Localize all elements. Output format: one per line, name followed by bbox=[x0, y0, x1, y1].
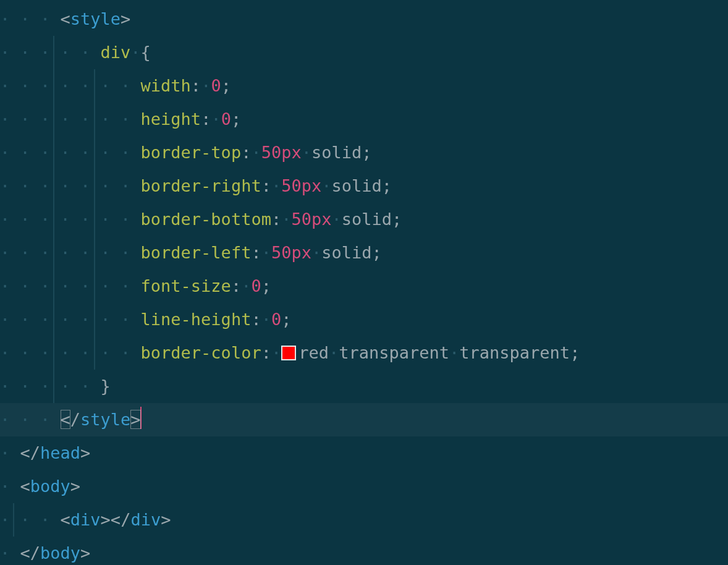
code-token: · bbox=[321, 176, 331, 195]
code-token: / bbox=[70, 410, 80, 429]
code-token: : bbox=[231, 276, 241, 295]
code-line[interactable]: · · · · · · · width:·0; bbox=[0, 69, 728, 103]
code-token: < bbox=[111, 510, 121, 529]
code-line[interactable]: · · · · · · · border-color:·red·transpar… bbox=[0, 336, 728, 370]
code-token: : bbox=[261, 176, 271, 195]
code-token: > bbox=[80, 443, 90, 462]
code-line[interactable]: · · · <div></div> bbox=[0, 503, 728, 537]
code-token: 0 bbox=[211, 76, 221, 95]
code-token: ; bbox=[570, 343, 580, 362]
code-token: { bbox=[141, 43, 151, 62]
indent-whitespace: · · · · · · · bbox=[0, 310, 141, 329]
color-swatch-icon bbox=[281, 346, 296, 360]
code-token: border-right bbox=[141, 176, 261, 195]
code-token: div bbox=[130, 510, 161, 529]
code-token: border-left bbox=[141, 243, 252, 262]
indent-whitespace: · · · · · · · bbox=[0, 176, 141, 195]
code-token: ; bbox=[362, 143, 371, 162]
code-token: ; bbox=[261, 276, 271, 295]
indent-guide bbox=[94, 336, 95, 370]
code-token: · bbox=[329, 343, 339, 362]
indent-whitespace: · · · · · · · bbox=[0, 210, 141, 229]
code-token: < bbox=[61, 9, 70, 28]
indent-whitespace: · · · · · · · bbox=[0, 109, 141, 129]
code-line[interactable]: · · · · · div·{ bbox=[0, 36, 728, 69]
indent-guide bbox=[94, 169, 95, 203]
code-token: : bbox=[251, 310, 261, 329]
code-line[interactable]: · · · · · } bbox=[0, 370, 728, 403]
text-cursor bbox=[140, 407, 142, 429]
code-token: border-top bbox=[141, 143, 242, 162]
indent-whitespace: · · · bbox=[0, 510, 61, 529]
code-line[interactable]: · <body> bbox=[0, 470, 728, 503]
code-token: 50px bbox=[261, 143, 302, 162]
code-line[interactable]: · · · </style> bbox=[0, 403, 728, 436]
code-line[interactable]: · </body> bbox=[0, 537, 728, 565]
code-token: div bbox=[101, 43, 131, 62]
code-token: solid bbox=[342, 210, 392, 229]
code-token: · bbox=[201, 76, 211, 95]
code-token: border-color bbox=[141, 343, 261, 362]
code-token: border-bottom bbox=[141, 210, 271, 229]
code-token: · bbox=[261, 310, 271, 329]
code-token: < bbox=[20, 443, 30, 462]
code-token: · bbox=[130, 43, 140, 62]
indent-guide bbox=[94, 69, 95, 103]
indent-whitespace: · · · · · · · bbox=[0, 243, 141, 262]
indent-guide bbox=[53, 270, 54, 303]
code-token: : bbox=[271, 210, 281, 229]
code-line[interactable]: · · · <style> bbox=[0, 2, 728, 36]
indent-guide bbox=[53, 303, 54, 336]
code-line[interactable]: · · · · · · · border-top:·50px·solid; bbox=[0, 136, 728, 169]
code-token: ; bbox=[382, 176, 392, 195]
code-line[interactable]: · </head> bbox=[0, 436, 728, 470]
code-token: > bbox=[101, 510, 111, 529]
indent-whitespace: · bbox=[0, 543, 20, 563]
indent-guide bbox=[53, 69, 54, 103]
indent-guide bbox=[94, 303, 95, 336]
code-token: body bbox=[40, 543, 80, 563]
code-token: height bbox=[141, 109, 201, 129]
code-token: / bbox=[30, 543, 40, 563]
code-token: body bbox=[30, 477, 70, 496]
code-token: ; bbox=[392, 210, 402, 229]
indent-guide bbox=[13, 503, 14, 537]
code-token: · bbox=[271, 176, 281, 195]
code-line[interactable]: · · · · · · · line-height:·0; bbox=[0, 303, 728, 336]
indent-guide bbox=[53, 169, 54, 203]
code-token: · bbox=[251, 143, 261, 162]
code-token: · bbox=[261, 243, 271, 262]
indent-whitespace: · bbox=[0, 477, 20, 496]
code-token: transparent bbox=[339, 343, 449, 362]
indent-guide bbox=[94, 203, 95, 236]
code-token: · bbox=[449, 343, 459, 362]
code-line[interactable]: · · · · · · · border-right:·50px·solid; bbox=[0, 169, 728, 203]
indent-whitespace: · · · · · · · bbox=[0, 76, 141, 95]
indent-guide bbox=[53, 103, 54, 136]
code-token: 0 bbox=[221, 109, 231, 129]
indent-whitespace: · · · · · · · bbox=[0, 276, 141, 295]
code-token: · bbox=[211, 109, 221, 129]
code-token: line-height bbox=[141, 310, 252, 329]
code-token: style bbox=[80, 410, 130, 429]
indent-whitespace: · · · · · · · bbox=[0, 143, 141, 162]
code-token: solid bbox=[331, 176, 381, 195]
code-token: > bbox=[80, 543, 90, 563]
indent-guide bbox=[94, 270, 95, 303]
indent-guide bbox=[53, 136, 54, 169]
code-line[interactable]: · · · · · · · border-bottom:·50px·solid; bbox=[0, 203, 728, 236]
code-token: ; bbox=[221, 76, 231, 95]
code-token: : bbox=[251, 243, 261, 262]
indent-guide bbox=[94, 136, 95, 169]
code-token: : bbox=[201, 109, 211, 129]
code-line[interactable]: · · · · · · · font-size:·0; bbox=[0, 270, 728, 303]
code-line[interactable]: · · · · · · · border-left:·50px·solid; bbox=[0, 236, 728, 270]
code-editor[interactable]: · · · <style>· · · · · div·{· · · · · · … bbox=[0, 0, 728, 565]
code-token: · bbox=[311, 243, 321, 262]
code-token: > bbox=[130, 410, 140, 429]
code-token: 50px bbox=[291, 210, 331, 229]
code-token: red bbox=[298, 343, 329, 362]
code-line[interactable]: · · · · · · · height:·0; bbox=[0, 103, 728, 136]
code-token: transparent bbox=[459, 343, 570, 362]
code-token: width bbox=[141, 76, 191, 95]
